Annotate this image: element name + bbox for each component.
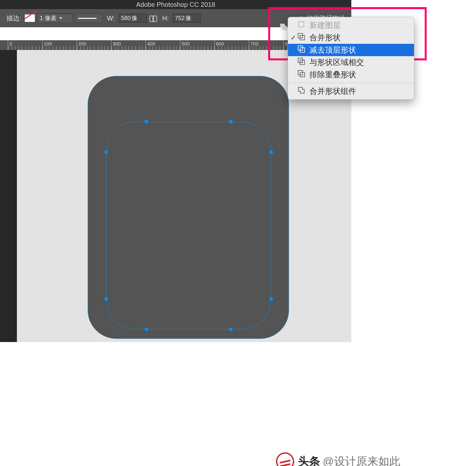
svg-rect-6 [300,48,305,52]
menu-item-label: 减去顶层形状 [309,45,356,55]
app-title-bar: Adobe Photoshop CC 2018 [0,0,351,9]
solid-line-icon [78,18,96,19]
menu-item-label: 与形状区域相交 [309,57,364,67]
ruler-major-tick: 100 [42,40,77,50]
ruler-tick-label: 400 [147,41,155,46]
width-label: W: [107,15,115,22]
anchor-handle[interactable] [144,327,148,331]
ruler-major-tick: 400 [145,40,180,50]
svg-rect-10 [298,70,303,75]
exclude-icon [297,69,309,80]
menu-item-intersect[interactable]: 与形状区域相交 [288,56,414,68]
subtract-icon [297,45,309,55]
watermark: 头条 @设计原来如此 [276,452,400,466]
svg-rect-8 [300,60,305,65]
ruler-tick-label: 0 [9,41,12,46]
svg-rect-1 [282,26,287,30]
width-field[interactable]: 580 像 [119,14,147,23]
toutiao-logo-icon [276,452,294,466]
watermark-handle: @设计原来如此 [323,454,400,466]
svg-rect-7 [298,58,303,63]
outer-rounded-rect-shape[interactable] [88,76,289,339]
menu-item-combine[interactable]: ✓合并形状 [288,31,414,44]
merge-icon [297,86,309,96]
anchor-handle[interactable] [104,297,108,301]
width-unit: 像 [132,14,137,22]
anchor-handle[interactable] [269,150,273,154]
menu-item-new: 新建图层 [288,19,414,31]
ruler-major-tick: 300 [111,40,145,50]
stroke-color-swatch[interactable] [25,14,35,22]
chevron-down-icon [59,17,62,19]
height-value: 752 [175,15,185,22]
ruler-major-tick: 200 [77,40,111,50]
menu-item-label: 合并形状组件 [309,86,356,96]
ruler-tick-label: 600 [216,41,224,46]
height-label: H: [162,15,169,22]
svg-rect-4 [300,35,305,40]
watermark-brand: 头条 [298,454,320,466]
svg-rect-5 [298,46,303,50]
svg-rect-3 [298,33,303,38]
ruler-major-tick: 0 [8,40,42,50]
menu-item-label: 合并形状 [309,32,341,43]
ruler-major-tick: 600 [214,40,249,50]
stroke-width-select[interactable]: 1 像素 [37,13,73,23]
combine-icon [297,32,309,43]
ruler-tick-label: 100 [44,41,52,46]
anchor-handle[interactable] [104,150,108,154]
stroke-label: 描边: [6,14,21,23]
ruler-tick-label: 700 [250,41,258,46]
svg-rect-2 [299,22,304,27]
ruler-tick-label: 200 [78,41,86,46]
anchor-handle[interactable] [144,120,148,124]
ruler-tick-label: 500 [182,41,190,46]
anchor-handle[interactable] [229,327,233,331]
menu-item-subtract[interactable]: 减去顶层形状 [288,44,414,56]
height-unit: 像 [185,14,191,22]
check-icon: ✓ [291,34,296,42]
menu-item-label: 排除重叠形状 [309,69,356,80]
path-combine-icon [279,23,288,31]
width-value: 580 [121,15,131,22]
inner-rounded-rect-path[interactable] [106,122,271,329]
stroke-style-select[interactable] [75,14,103,23]
menu-item-exclude[interactable]: 排除重叠形状 [288,68,414,81]
stroke-width-value: 1 像素 [40,14,56,22]
svg-rect-9 [300,60,303,63]
app-title: Adobe Photoshop CC 2018 [136,1,215,8]
svg-rect-11 [300,72,305,77]
ruler-tick-label: 300 [113,41,121,46]
anchor-handle[interactable] [229,120,233,124]
path-operations-menu: 新建图层✓合并形状减去顶层形状与形状区域相交排除重叠形状合并形状组件 [288,17,414,100]
inner-shape-selection[interactable] [106,122,271,329]
menu-item-merge-components[interactable]: 合并形状组件 [288,85,414,97]
ruler-major-tick: 700 [249,40,283,50]
link-wh-icon[interactable] [149,14,157,22]
anchor-handle[interactable] [269,297,273,301]
menu-item-label: 新建图层 [309,20,341,31]
intersect-icon [297,57,309,67]
new-icon [297,20,309,31]
menu-separator [288,83,414,83]
height-field[interactable]: 752 像 [173,14,201,23]
ruler-major-tick: 500 [180,40,214,50]
